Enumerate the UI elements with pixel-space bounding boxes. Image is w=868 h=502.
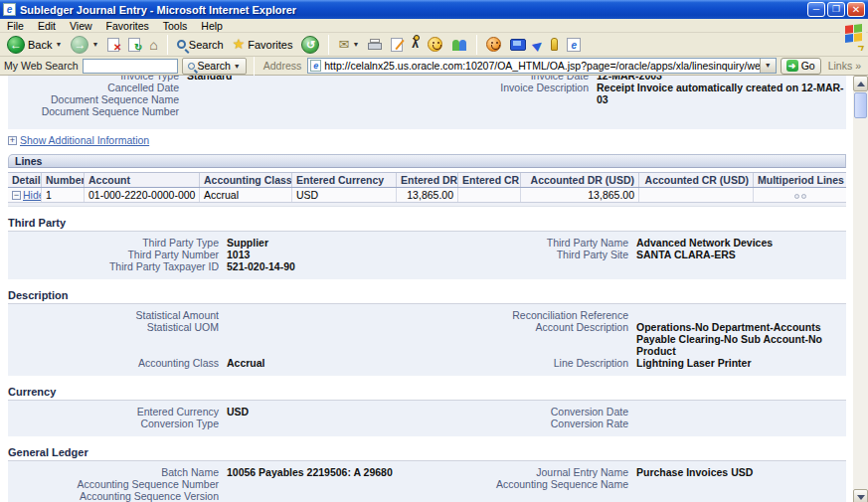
search-icon [177, 40, 186, 49]
web-search-dropdown-icon[interactable]: ▼ [234, 63, 241, 70]
ie-addon-icon: e [567, 38, 581, 52]
pointer-button[interactable]: ▶ [530, 37, 545, 53]
third-party-section-title: Third Party [8, 215, 846, 232]
toolbar-separator [476, 35, 477, 55]
search-button[interactable]: Search [174, 38, 227, 52]
restore-button[interactable]: ❐ [827, 2, 845, 17]
accounting-class-label: Accounting Class [8, 357, 227, 369]
menu-edit[interactable]: Edit [31, 19, 63, 32]
third-party-name-value: Advanced Network Devices [636, 237, 846, 249]
pointer-icon: ▶ [530, 36, 546, 53]
links-label: Links [828, 60, 853, 72]
print-button[interactable] [365, 38, 385, 52]
show-additional-info-link[interactable]: Show Additional Information [20, 134, 149, 146]
windows-flag-icon [845, 24, 862, 43]
currency-panel: Entered CurrencyUSD Conversion Type Conv… [8, 401, 846, 436]
hide-link[interactable]: Hide [23, 189, 42, 201]
line-accounting-class: Accrual [200, 188, 292, 202]
address-input[interactable]: e http://celalnx25.us.oracle.com:10207/O… [307, 58, 776, 74]
msn-messenger-button[interactable] [448, 36, 470, 53]
accounting-sequence-number-label: Accounting Sequence Number [8, 478, 227, 490]
highlighter-button[interactable] [548, 37, 561, 52]
close-button[interactable]: ✕ [847, 2, 865, 17]
col-number: Number [42, 173, 85, 187]
minimize-button[interactable]: ─ [807, 2, 825, 17]
statistical-amount-label: Statistical Amount [8, 309, 227, 321]
menu-tools[interactable]: Tools [156, 19, 195, 32]
yahoo-messenger-button[interactable] [425, 36, 445, 53]
expand-plus-icon[interactable]: + [8, 136, 17, 145]
col-entered-currency: Entered Currency [292, 173, 397, 187]
scroll-down-button[interactable] [853, 489, 868, 502]
forward-arrow-icon: → [71, 36, 88, 54]
conversion-rate-value [636, 418, 846, 429]
toolbar-separator [328, 35, 329, 55]
invoice-description-value: Receipt Invoice automatically created on… [597, 82, 846, 105]
links-bar[interactable]: Links » [825, 60, 864, 72]
web-search-button[interactable]: Search ▼ [182, 58, 247, 75]
scroll-up-button[interactable] [853, 76, 868, 91]
col-accounted-dr: Accounted DR (USD) [521, 173, 639, 187]
address-dropdown-button[interactable]: ▼ [760, 59, 776, 73]
line-description-label: Line Description [428, 357, 636, 369]
accounting-sequence-version-label: Accounting Sequence Version [8, 490, 227, 502]
menu-view[interactable]: View [63, 19, 99, 32]
toolbar-separator [167, 35, 168, 55]
description-panel: Statistical Amount Statistical UOM Accou… [8, 304, 846, 376]
stop-button[interactable]: ✕ [104, 37, 122, 53]
scrollbar-thumb[interactable] [854, 92, 867, 118]
col-entered-cr: Entered CR [458, 173, 521, 187]
third-party-number-value: 1013 [227, 249, 428, 260]
forward-dropdown-icon[interactable]: ▼ [91, 41, 98, 48]
stop-icon: ✕ [107, 38, 119, 52]
ie-addon-button[interactable]: e [564, 37, 584, 53]
mail-button[interactable]: ✉ ▼ [335, 37, 362, 53]
edit-button[interactable] [388, 37, 406, 53]
aim-button[interactable]: λ [409, 36, 422, 53]
back-dropdown-icon[interactable]: ▼ [55, 41, 62, 48]
collapse-minus-icon[interactable]: − [12, 191, 21, 200]
account-description-label: Account Description [428, 321, 636, 357]
entered-currency-value: USD [227, 406, 428, 418]
cancelled-date-label: Cancelled Date [8, 82, 187, 93]
go-button[interactable]: ➜ Go [781, 58, 821, 75]
third-party-taxpayer-label: Third Party Taxpayer ID [8, 260, 227, 272]
vertical-scrollbar[interactable] [853, 76, 868, 502]
menu-file[interactable]: File [0, 19, 31, 32]
doc-sequence-name-value [187, 93, 428, 105]
entered-currency-label: Entered Currency [8, 406, 227, 418]
col-multiperiod-lines: Multiperiod Lines [754, 173, 846, 187]
mail-dropdown-icon[interactable]: ▼ [352, 41, 359, 48]
search-icon [188, 63, 195, 70]
messenger-smiley-button[interactable] [483, 36, 504, 53]
third-party-number-label: Third Party Number [8, 249, 227, 260]
menu-favorites[interactable]: Favorites [99, 19, 156, 32]
col-accounting-class: Accounting Class [200, 173, 292, 187]
refresh-button[interactable]: ↻ [125, 37, 143, 53]
third-party-taxpayer-value: 521-020-14-90 [227, 260, 428, 272]
col-entered-dr: Entered DR [397, 173, 458, 187]
statistical-amount-value [227, 309, 428, 321]
smiley-icon [486, 37, 501, 52]
statistical-uom-label: Statistical UOM [8, 321, 227, 333]
screen-button[interactable] [507, 38, 527, 52]
favorites-button[interactable]: ★ Favorites [230, 36, 296, 53]
multiperiod-lines-icon [794, 194, 806, 199]
accounting-sequence-name-label: Accounting Sequence Name [428, 478, 636, 490]
forward-button[interactable]: → ▼ [68, 35, 101, 55]
col-account: Account [85, 173, 200, 187]
history-button[interactable]: ↺ [298, 35, 322, 55]
back-button[interactable]: ← Back ▼ [4, 35, 65, 55]
print-icon [368, 39, 382, 51]
accounting-sequence-number-value [227, 478, 428, 490]
lines-section-header: Lines [8, 154, 846, 168]
page-icon: e [310, 60, 321, 72]
menu-help[interactable]: Help [194, 19, 230, 32]
conversion-date-value [636, 406, 846, 418]
web-search-input[interactable] [83, 59, 178, 74]
doc-sequence-number-value [187, 105, 428, 117]
home-button[interactable]: ⌂ [146, 36, 160, 54]
reconciliation-reference-value [636, 309, 846, 321]
lines-table-header-row: Details Number Account Accounting Class … [8, 172, 846, 188]
batch-name-value: 10056 Payables 2219506: A 29680 [227, 466, 428, 478]
